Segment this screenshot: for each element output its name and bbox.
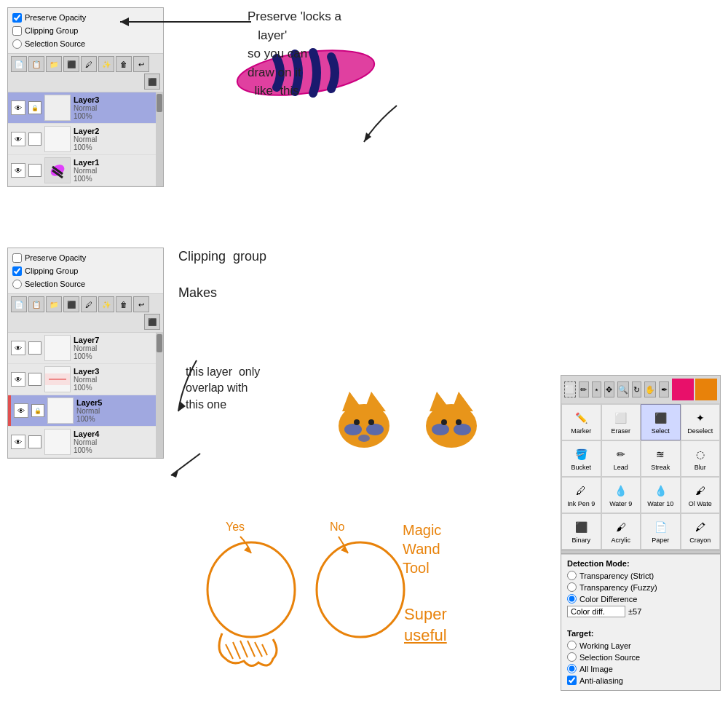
tool-acrylic[interactable]: 🖌 Acrylic [601, 513, 641, 550]
rotate-icon[interactable]: ↻ [632, 381, 642, 397]
tool-binary[interactable]: ⬛ Binary [561, 513, 601, 550]
layer-info-layer5: Layer5 Normal 100% [76, 398, 160, 423]
mask-btn-b[interactable]: 🖊 [81, 296, 97, 312]
tool-lead[interactable]: ✏ Lead [601, 440, 641, 477]
selection-source-top[interactable]: Selection Source [12, 37, 159, 50]
tool-water10[interactable]: 💧 Water 10 [641, 477, 681, 513]
layer-eye[interactable]: 👁 [11, 341, 25, 355]
layer-thumb-layer1 [44, 157, 71, 183]
tool-paper[interactable]: 📄 Paper [641, 513, 681, 550]
scrollbar-top[interactable] [156, 92, 163, 186]
svg-point-11 [344, 424, 362, 435]
transparency-fuzzy-row[interactable]: Transparency (Fuzzy) [567, 582, 714, 592]
svg-marker-31 [120, 17, 129, 26]
copy-layer-btn[interactable]: 📋 [28, 56, 44, 72]
effect-btn[interactable]: ✨ [98, 56, 114, 72]
anti-aliasing-row[interactable]: Anti-aliasing [567, 676, 714, 685]
layer-eye[interactable]: 👁 [14, 403, 28, 418]
folder-btn-b[interactable]: 📁 [46, 296, 62, 312]
secondary-color-swatch[interactable] [695, 379, 717, 400]
layer-toolbar-top: 📄 📋 📁 ⬛ 🖊 ✨ 🗑 ↩ ⬛ [8, 53, 163, 92]
move-icon[interactable]: ✥ [604, 381, 614, 397]
layer-thumb-layer3-b [44, 366, 71, 392]
target-working-layer[interactable]: Working Layer [567, 641, 714, 650]
tool-crayon[interactable]: 🖍 Crayon [681, 513, 721, 550]
marquee-icon[interactable]: ⬜ [564, 381, 576, 397]
layer-item-layer7[interactable]: 👁 Layer7 Normal 100% [8, 333, 163, 364]
layer-eye[interactable]: 👁 [11, 100, 25, 115]
color-diff-row: ±57 [567, 606, 714, 617]
new-layer-btn-b[interactable]: 📄 [11, 296, 27, 312]
rotate-btn-b[interactable]: ↩ [133, 296, 149, 312]
delete-layer-btn[interactable]: 🗑 [116, 56, 132, 72]
merge-btn-b[interactable]: ⬛ [63, 296, 79, 312]
working-layer-label: Working Layer [579, 641, 631, 650]
eraser-icon: ⬜ [613, 410, 629, 426]
layer-thumb-layer5 [47, 397, 74, 424]
folder-btn[interactable]: 📁 [46, 56, 62, 72]
tool-blur[interactable]: ◌ Blur [681, 440, 721, 477]
tool-streak[interactable]: ≋ Streak [641, 440, 681, 477]
detection-mode-section: Detection Mode: Transparency (Strict) Tr… [561, 554, 720, 626]
layer-item-layer3-bottom[interactable]: 👁 Layer3 Normal 100% [8, 364, 163, 395]
layer-item-layer4[interactable]: 👁 Layer4 Normal 100% [8, 427, 163, 458]
svg-point-30 [317, 542, 404, 637]
layer-toolbar-bottom: 📄 📋 📁 ⬛ 🖊 ✨ 🗑 ↩ ⬛ [8, 293, 163, 333]
bucket-icon: 🪣 [573, 446, 589, 462]
tool-marker[interactable]: ✏️ Marker [561, 404, 601, 440]
target-all-image[interactable]: All Image [567, 664, 714, 673]
layer-thumb-layer4 [44, 429, 71, 455]
pen-icon[interactable]: ✒ [659, 381, 669, 397]
layer-lock [28, 373, 41, 386]
tool-select[interactable]: ⬛ Select [641, 404, 681, 440]
layer-eye[interactable]: 👁 [11, 435, 25, 449]
layer-lock [28, 341, 41, 355]
svg-line-29 [262, 644, 267, 655]
zoom-in-icon[interactable]: 🔍 [617, 381, 629, 397]
clipping-group-bottom[interactable]: Clipping Group [12, 264, 159, 277]
magic-wand-annotation: Magic Wand Tool [403, 521, 441, 577]
scrollbar-bottom[interactable] [156, 333, 163, 458]
selection-source-bottom[interactable]: Selection Source [12, 277, 159, 290]
delete-layer-btn-b[interactable]: 🗑 [116, 296, 132, 312]
color-difference-row[interactable]: Color Difference [567, 594, 714, 604]
tool-ol-wate[interactable]: 🖌 Ol Wate [681, 477, 721, 513]
primary-color-swatch[interactable] [672, 379, 694, 400]
svg-point-15 [368, 419, 374, 425]
crayon-icon: 🖍 [692, 519, 708, 535]
rotate-btn[interactable]: ↩ [133, 56, 149, 72]
tool-ink-pen[interactable]: 🖊 Ink Pen 9 [561, 477, 601, 513]
tool-deselect[interactable]: ✦ Deselect [681, 404, 721, 440]
layer-item-layer5[interactable]: 👁 🔒 Layer5 Normal 100% [8, 395, 163, 427]
mask-btn[interactable]: 🖊 [81, 56, 97, 72]
layer-info-layer4: Layer4 Normal 100% [74, 430, 160, 454]
layer-prop-btn-b[interactable]: ⬛ [144, 314, 160, 330]
new-layer-btn[interactable]: 📄 [11, 56, 27, 72]
copy-layer-btn-b[interactable]: 📋 [28, 296, 44, 312]
layer-eye[interactable]: 👁 [11, 372, 25, 387]
wand-icon[interactable]: ⋆ [592, 381, 602, 397]
tool-eraser[interactable]: ⬜ Eraser [601, 404, 641, 440]
layer-thumb-layer7 [44, 335, 71, 361]
merge-btn[interactable]: ⬛ [63, 56, 79, 72]
lasso-icon[interactable]: ✏ [579, 381, 589, 397]
svg-line-25 [233, 642, 240, 659]
tool-bucket[interactable]: 🪣 Bucket [561, 440, 601, 477]
tool-panel: ⬜ ✏ ⋆ ✥ 🔍 ↻ ✋ ✒ ✏️ Marker ⬜ Eraser ⬛ Sel… [561, 375, 721, 691]
layer-prop-btn[interactable]: ⬛ [144, 74, 160, 90]
layer-info-layer2: Layer2 Normal 100% [74, 127, 160, 151]
preserve-opacity-bottom[interactable]: Preserve Opacity [12, 251, 159, 264]
effect-btn-b[interactable]: ✨ [98, 296, 114, 312]
layer-options-bottom: Preserve Opacity Clipping Group Selectio… [8, 248, 163, 293]
layer-eye[interactable]: 👁 [11, 132, 25, 146]
layer-item-layer2-top[interactable]: 👁 Layer2 Normal 100% [8, 124, 163, 155]
hand-icon[interactable]: ✋ [644, 381, 656, 397]
layer-eye[interactable]: 👁 [11, 163, 25, 178]
color-diff-input[interactable] [567, 606, 625, 617]
tool-water9[interactable]: 💧 Water 9 [601, 477, 641, 513]
transparency-strict-row[interactable]: Transparency (Strict) [567, 571, 714, 580]
layer-item-layer3-top[interactable]: 👁 🔒 Layer3 Normal 100% [8, 92, 163, 124]
target-selection-source[interactable]: Selection Source [567, 652, 714, 662]
layer-item-layer1-top[interactable]: 👁 Layer1 Normal 100% [8, 155, 163, 186]
svg-point-20 [454, 424, 471, 435]
